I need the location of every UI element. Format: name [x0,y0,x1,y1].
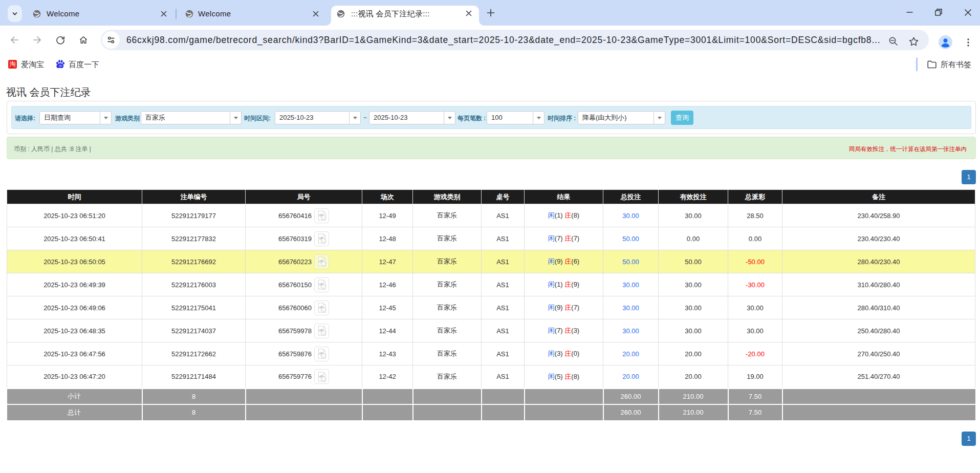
svg-text:du: du [59,64,62,67]
